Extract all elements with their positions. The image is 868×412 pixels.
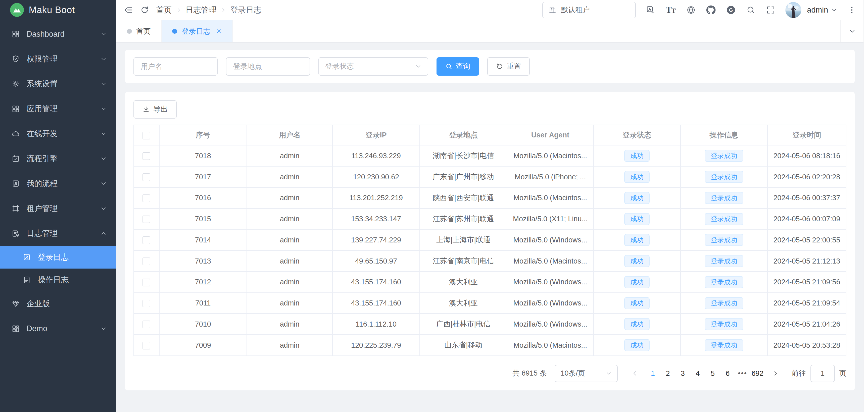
cell-username: admin	[247, 209, 333, 230]
breadcrumb-item[interactable]: 日志管理	[185, 5, 216, 15]
goto-label: 前往	[792, 368, 806, 378]
sidebar-item[interactable]: 日志管理	[0, 221, 116, 246]
row-checkbox[interactable]	[143, 321, 150, 328]
sidebar-item[interactable]: 我的流程	[0, 171, 116, 196]
chevron-down-icon	[415, 63, 422, 70]
table-row: 7015admin153.34.233.147江苏省|苏州市|联通Mozilla…	[134, 209, 846, 230]
reset-button[interactable]: 重置	[487, 57, 530, 75]
tab[interactable]: 登录日志	[162, 20, 233, 42]
cell-ip: 120.225.239.79	[333, 335, 420, 356]
app-logo[interactable]: Maku Boot	[0, 0, 116, 20]
username-input[interactable]	[133, 57, 218, 75]
cell-user-agent: Mozilla/5.0 (Windows...	[507, 314, 594, 335]
page-number[interactable]: 1	[645, 369, 660, 378]
table-body: 7018admin113.246.93.229湖南省|长沙市|电信Mozilla…	[134, 145, 846, 356]
cell-time: 2024-05-06 00:07:09	[768, 209, 846, 230]
page-size-select[interactable]: 10条/页	[555, 365, 618, 382]
sidebar-item[interactable]: 系统设置	[0, 71, 116, 96]
location-input[interactable]	[226, 57, 310, 75]
message-badge: 登录成功	[705, 150, 743, 162]
row-checkbox[interactable]	[143, 152, 150, 160]
sidebar-item[interactable]: 流程引擎	[0, 146, 116, 171]
chevron-down-icon	[100, 31, 107, 37]
download-icon	[142, 105, 150, 113]
font-size-icon[interactable]: TT	[666, 5, 676, 14]
export-button[interactable]: 导出	[133, 100, 177, 119]
fold-icon[interactable]	[124, 5, 133, 14]
cell-no: 7013	[159, 250, 247, 272]
tabbar-dropdown[interactable]	[840, 20, 864, 42]
cell-location: 广西|桂林市|电信	[420, 314, 507, 335]
page-number[interactable]: 3	[675, 369, 690, 378]
page-number[interactable]: 692	[750, 369, 765, 378]
sidebar-item[interactable]: 租户管理	[0, 196, 116, 221]
app-title: Maku Boot	[29, 4, 75, 15]
sidebar-item[interactable]: Demo	[0, 316, 116, 341]
row-checkbox[interactable]	[143, 279, 150, 286]
status-badge: 成功	[624, 192, 650, 204]
sidebar-item[interactable]: 操作日志	[0, 268, 116, 291]
page-number[interactable]: 6	[720, 369, 735, 378]
sidebar-item[interactable]: 权限管理	[0, 46, 116, 71]
tabbar: 首页登录日志	[116, 20, 864, 42]
table-row: 7010admin116.1.112.10广西|桂林市|电信Mozilla/5.…	[134, 314, 846, 335]
row-checkbox[interactable]	[143, 236, 150, 244]
sidebar: Maku Boot Dashboard权限管理系统设置应用管理在线开发流程引擎我…	[0, 0, 116, 412]
status-badge: 成功	[624, 339, 650, 351]
status-select[interactable]: 登录状态	[318, 57, 428, 75]
sidebar-item[interactable]: 在线开发	[0, 121, 116, 146]
cell-location: 广东省|广州市|移动	[420, 166, 507, 187]
page-number[interactable]: 5	[705, 369, 720, 378]
table-card: 导出 序号用户名登录IP登录地点User Agent登录状态操作信息登录时间 7…	[125, 92, 855, 390]
row-checkbox[interactable]	[143, 300, 150, 308]
table-row: 7011admin43.155.174.160澳大利亚Mozilla/5.0 (…	[134, 293, 846, 314]
goto-page-input[interactable]	[810, 365, 835, 382]
table-row: 7014admin139.227.74.229上海|上海市|联通Mozilla/…	[134, 229, 846, 250]
tab[interactable]: 首页	[116, 20, 162, 42]
cell-no: 7010	[159, 314, 247, 335]
globe-icon[interactable]	[686, 5, 695, 14]
page-number[interactable]: 2	[660, 369, 676, 378]
select-all-checkbox[interactable]	[143, 132, 150, 139]
row-checkbox[interactable]	[143, 194, 150, 202]
cell-location: 湖南省|长沙市|电信	[420, 145, 507, 166]
translate-icon[interactable]	[646, 5, 655, 14]
search-icon[interactable]	[746, 5, 755, 14]
sidebar-item[interactable]: Dashboard	[0, 22, 116, 46]
cell-user-agent: Mozilla/5.0 (Macintos...	[507, 335, 594, 356]
page-unit-label: 页	[839, 368, 846, 378]
breadcrumb-item[interactable]: 首页	[156, 5, 172, 15]
page-number[interactable]: 4	[690, 369, 705, 378]
breadcrumb-item[interactable]: 登录日志	[230, 5, 261, 15]
chevron-down-icon	[100, 130, 107, 137]
user-menu[interactable]: admin	[807, 5, 837, 14]
next-page-button[interactable]	[770, 370, 781, 377]
more-dots-icon[interactable]	[847, 5, 856, 14]
sidebar-item[interactable]: 登录日志	[0, 246, 116, 268]
sidebar-submenu: 登录日志操作日志	[0, 246, 116, 291]
cell-ip: 116.1.112.10	[333, 314, 420, 335]
row-checkbox[interactable]	[143, 342, 150, 349]
cell-username: admin	[247, 166, 333, 187]
avatar[interactable]	[785, 2, 801, 18]
more-pages-icon[interactable]: •••	[735, 369, 750, 378]
sidebar-item[interactable]: 企业版	[0, 291, 116, 316]
status-badge: 成功	[624, 318, 650, 330]
sidebar-item[interactable]: 应用管理	[0, 96, 116, 121]
query-button[interactable]: 查询	[436, 57, 479, 75]
fullscreen-icon[interactable]	[766, 5, 775, 14]
cell-no: 7017	[159, 166, 247, 187]
row-checkbox[interactable]	[143, 173, 150, 181]
tenant-select[interactable]: 默认租户	[542, 2, 636, 18]
cell-user-agent: Mozilla/5.0 (X11; Linu...	[507, 209, 594, 230]
tab-close-icon[interactable]	[216, 28, 222, 34]
gitee-icon[interactable]: G	[726, 5, 736, 14]
github-icon[interactable]	[706, 5, 715, 14]
status-badge: 成功	[624, 255, 650, 267]
topbar-right: 默认租户 TTG	[542, 2, 857, 18]
scrollbar[interactable]	[864, 0, 868, 412]
row-checkbox[interactable]	[143, 216, 150, 223]
prev-page-button[interactable]	[629, 370, 641, 377]
row-checkbox[interactable]	[143, 257, 150, 265]
refresh-icon[interactable]	[140, 5, 149, 14]
